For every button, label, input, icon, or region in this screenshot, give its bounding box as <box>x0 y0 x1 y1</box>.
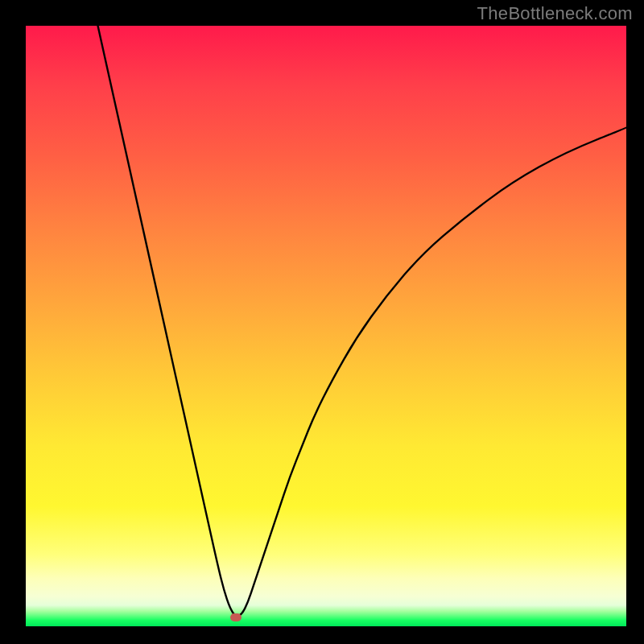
curve-path <box>98 26 626 616</box>
bottleneck-curve <box>26 26 626 626</box>
optimal-point-marker <box>230 613 242 621</box>
watermark-text: TheBottleneck.com <box>477 3 633 24</box>
plot-area <box>26 26 626 626</box>
chart-frame: TheBottleneck.com <box>0 0 644 644</box>
